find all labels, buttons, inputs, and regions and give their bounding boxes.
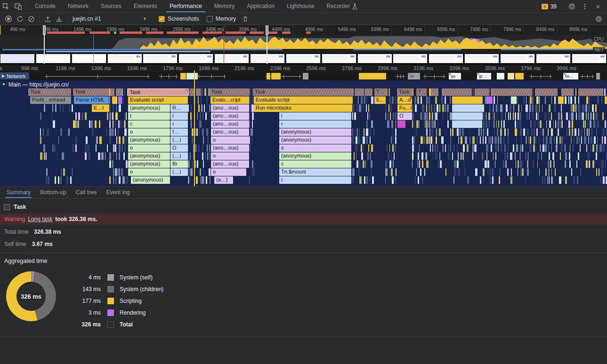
flame-bar[interactable]: (ano…ous)	[211, 128, 249, 136]
flame-bar-fragment[interactable]	[110, 88, 114, 96]
tab-sources[interactable]: Sources	[95, 0, 128, 12]
flame-bar-fragment[interactable]	[431, 88, 438, 96]
tab-lighthouse[interactable]: Lighthouse	[281, 0, 321, 12]
flame-bar[interactable]: (anonymous)	[128, 136, 170, 144]
network-request[interactable]	[267, 73, 270, 79]
tab-elements[interactable]: Elements	[128, 0, 163, 12]
profile-select[interactable]: juejin.cn #1 ▼	[70, 16, 150, 22]
flame-bar-fragment[interactable]	[486, 96, 493, 104]
flame-chart[interactable]: TaskTaskTaskTaskTaskT…TaskT…Profil…erhea…	[0, 88, 607, 186]
flame-bar[interactable]: (ano…ous)	[211, 104, 249, 112]
flame-bar-fragment[interactable]	[452, 112, 482, 120]
flame-bar[interactable]: t	[128, 112, 170, 120]
screenshots-filmstrip[interactable]	[0, 53, 607, 64]
flame-bar[interactable]: r	[170, 120, 188, 128]
close-icon[interactable]: ×	[592, 0, 604, 13]
flame-bar[interactable]: (ano…ous)	[211, 120, 249, 128]
flame-bar-fragment[interactable]	[116, 88, 122, 96]
flame-bar[interactable]: (anonymous)	[279, 128, 351, 136]
screenshot-thumbnail[interactable]	[178, 54, 213, 63]
flame-bar[interactable]: c	[128, 120, 170, 128]
settings-gear-icon[interactable]	[566, 0, 578, 13]
tab-console[interactable]: Console	[29, 0, 62, 12]
flame-bar[interactable]: (anonymous)	[128, 152, 170, 160]
clear-button[interactable]	[25, 14, 37, 24]
screenshot-thumbnail[interactable]	[357, 54, 392, 63]
flame-bar-fragment[interactable]	[452, 120, 482, 128]
flame-bar[interactable]: l	[279, 112, 351, 120]
flame-bar[interactable]: Profil…erhead	[30, 96, 71, 104]
flame-bar[interactable]: Task	[210, 88, 250, 96]
flame-bar[interactable]: (anonymous)	[128, 104, 170, 112]
flame-bar[interactable]: o	[211, 136, 249, 144]
flame-bar-fragment[interactable]	[511, 96, 517, 104]
tab-network[interactable]: Network	[62, 0, 95, 12]
load-profile-icon[interactable]	[42, 14, 53, 24]
tab-performance[interactable]: Performance	[163, 0, 208, 12]
error-badge[interactable]: ! 39	[542, 3, 557, 10]
flame-bar[interactable]: (…)	[170, 152, 188, 160]
flame-bar[interactable]: (a…)	[214, 176, 233, 184]
network-request[interactable]	[359, 73, 386, 79]
flame-bar[interactable]: Task	[73, 88, 109, 96]
screenshot-thumbnail[interactable]	[0, 54, 35, 63]
flame-bar-fragment[interactable]	[452, 96, 482, 104]
flame-bar[interactable]: o	[128, 168, 170, 176]
flame-bar[interactable]: (anonymous)	[131, 176, 170, 184]
flame-bar[interactable]: Task	[253, 88, 353, 96]
network-request[interactable]	[303, 73, 308, 79]
memory-checkbox[interactable]: Memory	[207, 16, 236, 22]
inspect-element-icon[interactable]	[0, 0, 12, 13]
garbage-collect-icon[interactable]	[240, 14, 251, 24]
screenshot-thumbnail[interactable]	[143, 54, 178, 63]
flame-bar[interactable]: Br	[170, 160, 188, 168]
flame-bar[interactable]: f…	[170, 128, 188, 136]
flame-bar[interactable]: (anonymous)	[279, 152, 351, 160]
tab-memory[interactable]: Memory	[208, 0, 241, 12]
flame-bar[interactable]: (anonymous)	[279, 136, 351, 144]
screenshot-thumbnail[interactable]	[286, 54, 321, 63]
screenshot-thumbnail[interactable]	[500, 54, 535, 63]
network-request[interactable]	[186, 73, 198, 79]
flame-bar-fragment[interactable]	[355, 88, 364, 96]
flame-bar[interactable]: Run microtasks	[254, 104, 352, 112]
selection-handle-right[interactable]	[267, 25, 267, 64]
flame-bar[interactable]: E…t	[92, 104, 109, 112]
flame-bar[interactable]: (…)	[170, 136, 188, 144]
screenshot-thumbnail[interactable]	[464, 54, 499, 63]
timeline-overview[interactable]: 496 ms996 ms1496 ms1996 ms2496 ms2996 ms…	[0, 25, 607, 64]
long-task-link[interactable]: Long task	[28, 216, 52, 222]
flame-bar[interactable]: Fu…l	[397, 104, 412, 112]
flame-bar-fragment[interactable]	[452, 104, 482, 112]
flame-bar-fragment[interactable]	[535, 88, 558, 96]
network-request[interactable]: gr…	[477, 73, 491, 79]
flame-bar[interactable]: Parse HTML	[74, 96, 109, 104]
flame-bar-fragment[interactable]	[118, 96, 122, 104]
flame-bar[interactable]: o	[211, 152, 249, 160]
network-request[interactable]: lis…	[563, 73, 578, 79]
capture-settings-gear-icon[interactable]	[593, 14, 607, 24]
flame-bar[interactable]: o	[128, 144, 170, 152]
network-request[interactable]	[508, 73, 514, 79]
screenshot-thumbnail[interactable]	[36, 54, 71, 63]
flame-bar[interactable]: o	[211, 168, 246, 176]
flame-bar[interactable]: r	[279, 120, 351, 128]
flame-bar[interactable]: t	[279, 176, 351, 184]
flame-bar[interactable]: Evalu…cript	[210, 96, 249, 104]
screenshot-thumbnail[interactable]	[322, 54, 356, 63]
flame-bar-fragment[interactable]	[558, 96, 564, 104]
flame-bar[interactable]: A…d	[397, 96, 412, 104]
flame-bar[interactable]: R…	[170, 104, 188, 112]
flame-bar[interactable]: (…)	[170, 168, 188, 176]
network-track[interactable]: ▶ Network Arqugr…lis…	[0, 72, 607, 80]
flame-bar[interactable]: s	[279, 144, 351, 152]
flame-bar-fragment[interactable]	[491, 88, 532, 96]
network-request[interactable]	[515, 73, 524, 79]
flame-bar-fragment[interactable]	[578, 88, 603, 96]
flame-bar[interactable]: o	[128, 128, 170, 136]
flame-bar[interactable]: Evaluate script	[254, 96, 353, 104]
network-request[interactable]: qu	[449, 73, 461, 79]
network-track-header[interactable]: ▶ Network	[0, 72, 29, 79]
flame-bar[interactable]: T…	[416, 88, 427, 96]
flame-bar[interactable]: Task	[127, 88, 189, 96]
